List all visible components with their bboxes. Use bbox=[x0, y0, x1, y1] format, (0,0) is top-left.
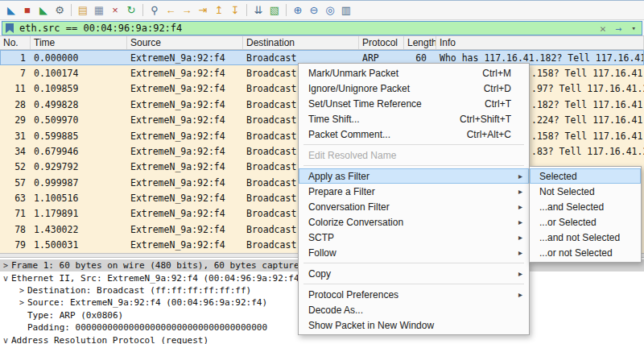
menu-item-label: Prepare a Filter bbox=[308, 186, 375, 197]
cell-protocol: ARP bbox=[359, 52, 404, 64]
autoscroll-button[interactable]: ⇊ bbox=[250, 2, 266, 19]
resize-columns-button[interactable]: ▥ bbox=[338, 2, 354, 19]
cell-time: 1.430022 bbox=[31, 224, 127, 235]
cell-source: ExtremeN_9a:92:f4 bbox=[127, 146, 243, 157]
clear-filter-icon[interactable]: × bbox=[600, 23, 606, 35]
menu-item-show-packet-in-new-window[interactable]: Show Packet in New Window bbox=[299, 317, 529, 333]
menu-item-label: Set/Unset Time Reference bbox=[308, 98, 422, 110]
expander-icon[interactable]: v bbox=[0, 336, 11, 344]
column-header-source[interactable]: Source bbox=[127, 36, 243, 49]
cell-time: 0.499828 bbox=[31, 99, 127, 110]
menu-separator bbox=[303, 144, 524, 145]
find-packet-button[interactable]: ⚲ bbox=[147, 2, 163, 19]
column-header-info[interactable]: Info bbox=[436, 36, 644, 49]
colorize-button[interactable]: ▧ bbox=[266, 2, 283, 19]
filter-bookmark-icon[interactable] bbox=[6, 23, 14, 33]
start-capture-button[interactable]: ◣ bbox=[3, 2, 19, 19]
menu-item-follow[interactable]: Follow▸ bbox=[299, 245, 529, 260]
context-menu: Mark/Unmark PacketCtrl+MIgnore/Unignore … bbox=[298, 63, 530, 335]
submenu-item-and-not-selected[interactable]: ...and not Selected bbox=[530, 230, 641, 245]
cell-source: ExtremeN_9a:92:f4 bbox=[127, 161, 243, 172]
menu-item-ignore-unignore-packet[interactable]: Ignore/Unignore PacketCtrl+D bbox=[299, 81, 529, 96]
submenu-item-or-not-selected[interactable]: ...or not Selected bbox=[530, 245, 641, 260]
menu-item-protocol-preferences[interactable]: Protocol Preferences▸ bbox=[299, 287, 529, 302]
go-to-last-button[interactable]: ↧ bbox=[227, 2, 243, 19]
close-file-button[interactable]: × bbox=[107, 2, 123, 19]
autoscroll-icon: ⇊ bbox=[254, 5, 263, 15]
column-header-length[interactable]: Length bbox=[404, 36, 436, 49]
menu-separator bbox=[303, 263, 524, 263]
main-toolbar: ◣■◣⚙▤▦×↻⚲←→⇥↥↧⇊▧⊕⊖◎▥ bbox=[0, 1, 644, 20]
filter-dropdown-caret-icon[interactable]: ▾ bbox=[632, 24, 636, 32]
menu-item-label: Conversation Filter bbox=[308, 201, 390, 213]
resize-columns-icon: ▥ bbox=[341, 5, 351, 15]
info-text: .97? Tell 117.16.41.2 bbox=[531, 83, 644, 94]
cell-no: 7 bbox=[0, 68, 31, 79]
expander-icon[interactable]: > bbox=[16, 298, 27, 307]
menu-item-time-shift[interactable]: Time Shift...Ctrl+Shift+T bbox=[299, 111, 529, 126]
zoom-out-button[interactable]: ⊖ bbox=[306, 2, 322, 19]
go-to-first-button[interactable]: ↥ bbox=[211, 2, 227, 19]
go-to-packet-button[interactable]: ⇥ bbox=[195, 2, 211, 19]
menu-item-apply-as-filter[interactable]: Apply as Filter▸ bbox=[299, 168, 529, 184]
column-header-no[interactable]: No. bbox=[0, 36, 31, 49]
menu-item-prepare-a-filter[interactable]: Prepare a Filter▸ bbox=[299, 184, 529, 199]
goto-packet-icon: ⇥ bbox=[199, 5, 208, 15]
column-header-protocol[interactable]: Protocol bbox=[359, 36, 404, 49]
go-back-button[interactable]: ← bbox=[163, 2, 179, 19]
filter-text[interactable]: eth.src == 00:04:96:9a:92:f4 bbox=[19, 23, 594, 34]
apply-filter-icon[interactable]: → bbox=[616, 23, 622, 35]
cell-no: 11 bbox=[0, 83, 31, 94]
menu-item-decode-as[interactable]: Decode As... bbox=[299, 302, 529, 317]
menu-item-set-unset-time-reference[interactable]: Set/Unset Time ReferenceCtrl+T bbox=[299, 96, 529, 111]
detail-text: Ethernet II, Src: ExtremeN_9a:92:f4 (00:… bbox=[11, 273, 320, 284]
submenu-item-and-selected[interactable]: ...and Selected bbox=[530, 199, 641, 214]
stop-capture-button[interactable]: ■ bbox=[19, 2, 35, 19]
menu-item-mark-unmark-packet[interactable]: Mark/Unmark PacketCtrl+M bbox=[299, 65, 529, 81]
expander-icon[interactable]: v bbox=[0, 274, 11, 283]
cell-no: 63 bbox=[0, 193, 31, 204]
toolbar-separator bbox=[142, 4, 143, 16]
cell-no: 34 bbox=[0, 146, 31, 157]
cell-no: 78 bbox=[0, 224, 31, 235]
expander-icon[interactable]: > bbox=[16, 286, 27, 295]
submenu-item-or-selected[interactable]: ...or Selected bbox=[530, 214, 641, 230]
menu-item-conversation-filter[interactable]: Conversation Filter▸ bbox=[299, 199, 529, 214]
submenu-item-selected[interactable]: Selected bbox=[530, 168, 641, 184]
info-text: .182? Tell 117.16.41. bbox=[531, 99, 644, 110]
zoom-in-button[interactable]: ⊕ bbox=[290, 2, 306, 19]
expander-icon[interactable]: > bbox=[0, 261, 11, 270]
restart-icon: ◣ bbox=[39, 5, 47, 15]
column-header-destination[interactable]: Destination bbox=[243, 36, 359, 49]
cell-source: ExtremeN_9a:92:f4 bbox=[127, 239, 243, 251]
restart-capture-button[interactable]: ◣ bbox=[35, 2, 52, 19]
apply-as-filter-submenu: SelectedNot Selected...and Selected...or… bbox=[529, 166, 642, 263]
menu-item-edit-resolved-name[interactable]: Edit Resolved Name bbox=[299, 147, 529, 163]
menu-item-copy[interactable]: Copy▸ bbox=[299, 266, 529, 281]
menu-item-packet-comment[interactable]: Packet Comment...Ctrl+Alt+C bbox=[299, 126, 529, 142]
save-file-button[interactable]: ▦ bbox=[91, 2, 107, 19]
menu-item-colorize-conversation[interactable]: Colorize Conversation▸ bbox=[299, 214, 529, 230]
menu-item-label: Protocol Preferences bbox=[308, 289, 398, 300]
last-packet-icon: ↧ bbox=[231, 5, 240, 15]
column-header-time[interactable]: Time bbox=[31, 36, 127, 49]
cell-time: 1.179891 bbox=[31, 208, 127, 219]
zoom-in-icon: ⊕ bbox=[294, 5, 303, 15]
submenu-item-not-selected[interactable]: Not Selected bbox=[530, 184, 641, 199]
menu-item-label: Show Packet in New Window bbox=[308, 320, 434, 331]
detail-line[interactable]: vAddress Resolution Protocol (request) bbox=[0, 334, 644, 344]
reload-file-button[interactable]: ↻ bbox=[123, 2, 139, 19]
cell-no: 1 bbox=[0, 52, 31, 64]
cell-destination: Broadcast bbox=[243, 52, 359, 64]
cell-info: Who has 117.16.41.182? Tell 117.16.41. bbox=[436, 52, 644, 64]
cell-source: ExtremeN_9a:92:f4 bbox=[127, 68, 243, 79]
display-filter-input[interactable]: eth.src == 00:04:96:9a:92:f4 × → ▾ bbox=[2, 21, 642, 35]
filter-toolbar: eth.src == 00:04:96:9a:92:f4 × → ▾ bbox=[0, 20, 644, 36]
wireshark-window: ◣■◣⚙▤▦×↻⚲←→⇥↥↧⇊▧⊕⊖◎▥ eth.src == 00:04:96… bbox=[0, 0, 644, 344]
cell-source: ExtremeN_9a:92:f4 bbox=[127, 99, 243, 110]
capture-options-button[interactable]: ⚙ bbox=[52, 2, 68, 19]
menu-item-sctp[interactable]: SCTP▸ bbox=[299, 230, 529, 245]
open-file-button[interactable]: ▤ bbox=[75, 2, 91, 19]
zoom-reset-button[interactable]: ◎ bbox=[322, 2, 338, 19]
go-forward-button[interactable]: → bbox=[179, 2, 195, 19]
